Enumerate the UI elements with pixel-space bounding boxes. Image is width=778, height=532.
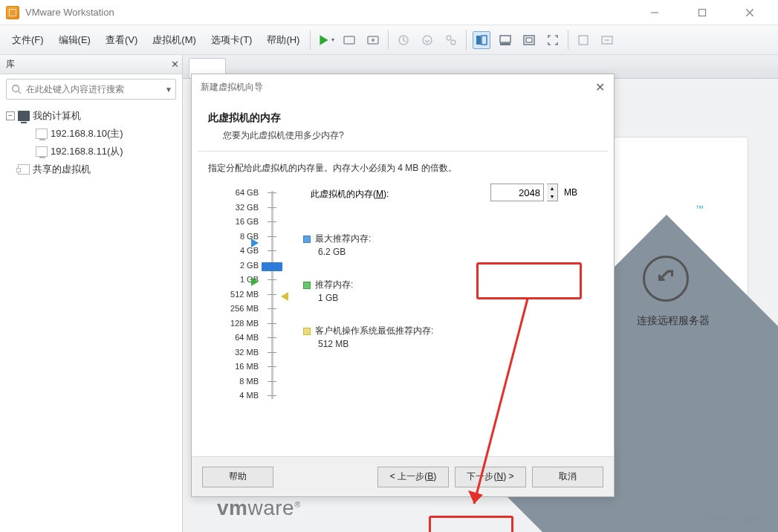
min-recommended-label: 客户机操作系统最低推荐内存: [315, 325, 433, 336]
spinner-up-icon[interactable]: ▲ [547, 184, 557, 192]
stretch-button[interactable] [574, 31, 592, 49]
svg-rect-18 [579, 36, 588, 45]
toolbar-separator [310, 30, 311, 50]
tree-label: 192.168.8.11(从) [51, 145, 123, 158]
power-on-button[interactable]: ▾ [317, 31, 334, 49]
recommended-marker-icon [251, 277, 259, 286]
toolbar-separator [388, 30, 389, 50]
memory-spinner[interactable]: ▲▼ [547, 184, 558, 201]
tree-node-vm2[interactable]: 192.168.8.11(从) [6, 143, 176, 160]
svg-point-10 [447, 36, 451, 40]
view-thumbnail-button[interactable] [496, 31, 514, 49]
dialog-instruction: 指定分配给此虚拟机的内存量。内存大小必须为 4 MB 的倍数。 [192, 152, 614, 181]
slider-tick-label: 128 MB [217, 319, 259, 328]
slider-tick-label: 16 GB [217, 217, 259, 226]
menu-edit[interactable]: 编辑(E) [51, 29, 98, 51]
library-search-box[interactable]: ▼ [6, 79, 176, 100]
dialog-title: 新建虚拟机向导 [201, 81, 263, 94]
slider-tick [268, 279, 276, 280]
menu-vm[interactable]: 虚拟机(M) [145, 29, 204, 51]
memory-slider[interactable]: 64 GB32 GB16 GB8 GB4 GB2 GB1 GB512 MB256… [265, 188, 281, 403]
toolbar-separator [466, 30, 467, 50]
max-recommended-label: 最大推荐内存: [315, 233, 371, 244]
app-logo-icon [6, 6, 19, 19]
manage-snapshots-button[interactable] [442, 31, 460, 49]
memory-input[interactable] [490, 184, 544, 201]
snapshot-button[interactable] [395, 31, 412, 49]
settings-button[interactable] [364, 31, 382, 49]
menu-file[interactable]: 文件(F) [4, 29, 51, 51]
dialog-close-button[interactable]: ✕ [595, 80, 605, 94]
recommended-value: 1 GB [303, 293, 353, 303]
slider-tick [268, 381, 276, 382]
slider-tick-label: 64 GB [217, 188, 259, 197]
slider-tick-label: 8 MB [217, 377, 259, 386]
slider-tick-label: 16 MB [217, 362, 259, 371]
slider-tick-label: 512 MB [217, 290, 259, 299]
slider-tick [268, 323, 276, 324]
window-title-bar: VMware Workstation [0, 0, 778, 25]
window-maximize-button[interactable] [687, 2, 717, 23]
new-vm-wizard-dialog: 新建虚拟机向导 ✕ 此虚拟机的内存 您要为此虚拟机使用多少内存? 指定分配给此虚… [191, 74, 615, 497]
svg-rect-15 [500, 43, 510, 45]
slider-tick-label: 64 MB [217, 333, 259, 342]
slider-tick [268, 236, 276, 237]
slider-track [271, 191, 273, 399]
svg-point-20 [13, 85, 19, 92]
menu-tabs[interactable]: 选项卡(T) [204, 29, 260, 51]
search-icon [7, 84, 26, 94]
slider-tick-label: 2 GB [217, 261, 259, 270]
menu-view[interactable]: 查看(V) [98, 29, 145, 51]
window-close-button[interactable] [735, 2, 765, 23]
max-recommended-marker-icon [251, 239, 259, 247]
sidebar-close-button[interactable]: ✕ [167, 59, 182, 70]
tree-node-shared[interactable]: 共享的虚拟机 [6, 160, 176, 178]
help-button[interactable]: 帮助 [202, 467, 273, 487]
connect-remote-label: 连接远程服务器 [637, 314, 710, 328]
menu-help[interactable]: 帮助(H) [259, 29, 307, 51]
slider-tick [268, 221, 276, 222]
revert-button[interactable] [418, 31, 436, 49]
spinner-down-icon[interactable]: ▼ [547, 192, 557, 201]
svg-rect-13 [482, 36, 487, 45]
svg-point-7 [372, 39, 375, 42]
tree-node-my-computer[interactable]: − 我的计算机 [6, 107, 176, 125]
svg-rect-17 [526, 38, 532, 42]
dialog-heading: 此虚拟机的内存 [208, 111, 597, 125]
slider-tick [268, 395, 276, 396]
slider-tick [268, 294, 276, 295]
svg-rect-5 [344, 36, 354, 44]
next-button[interactable]: 下一步(N) > [455, 467, 526, 487]
memory-unit: MB [564, 187, 577, 198]
svg-rect-16 [524, 36, 534, 45]
svg-marker-4 [320, 35, 328, 45]
cancel-button[interactable]: 取消 [532, 467, 603, 487]
vm-icon [36, 146, 48, 157]
slider-tick [268, 352, 276, 353]
trademark-symbol: ™ [696, 204, 704, 213]
min-recommended-marker-icon [281, 292, 288, 301]
fullscreen-button[interactable] [544, 31, 562, 49]
svg-line-21 [19, 91, 22, 94]
unity-button[interactable] [520, 31, 538, 49]
tree-node-vm1[interactable]: 192.168.8.10(主) [6, 125, 176, 143]
back-button[interactable]: < 上一步(B) [377, 467, 449, 487]
suspend-button[interactable] [340, 31, 358, 49]
search-input[interactable] [26, 84, 162, 94]
slider-handle[interactable] [262, 262, 282, 271]
min-recommended-value: 512 MB [303, 339, 433, 349]
slider-tick [268, 308, 276, 309]
window-minimize-button[interactable] [640, 2, 670, 23]
cycle-button[interactable] [598, 31, 616, 49]
search-dropdown-icon[interactable]: ▼ [162, 85, 175, 94]
slider-tick [268, 366, 276, 367]
view-console-button[interactable] [473, 31, 490, 49]
watermark: @51CTO博客 [704, 513, 765, 526]
toolbar-separator [568, 30, 568, 50]
tree-collapse-icon[interactable]: − [6, 111, 15, 120]
sidebar-title: 库 [0, 58, 167, 71]
window-title: VMware Workstation [25, 7, 640, 18]
connect-remote-button[interactable] [643, 256, 689, 302]
svg-point-9 [423, 36, 432, 45]
yellow-square-icon [303, 328, 311, 335]
